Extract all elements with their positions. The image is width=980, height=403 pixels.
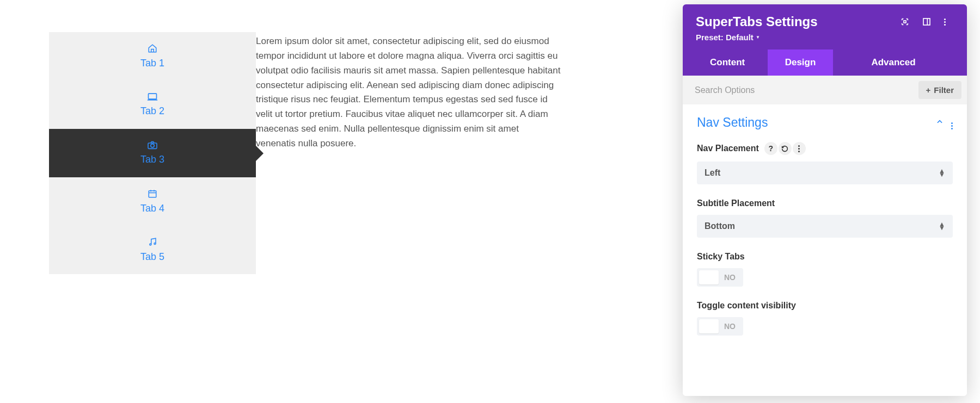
tab-label: Tab 3 (140, 154, 164, 165)
preset-dropdown[interactable]: Preset: Default ▼ (696, 33, 760, 42)
toggle-state: NO (719, 273, 741, 282)
layout-icon[interactable] (922, 17, 932, 27)
tabs-nav: Tab 1 Tab 2 Tab 3 Tab 4 Tab 5 (49, 32, 256, 274)
panel-body: + Filter Nav Settings Nav Placement ? (683, 76, 967, 396)
toggle-knob (699, 319, 719, 333)
camera-icon (147, 141, 158, 150)
tab-1[interactable]: Tab 1 (49, 32, 256, 80)
music-icon (148, 237, 157, 247)
preset-label: Preset: Default (696, 33, 754, 42)
options-icon[interactable] (793, 142, 806, 155)
tab-label: Tab 2 (140, 106, 164, 117)
svg-point-4 (150, 244, 151, 245)
expand-icon[interactable] (901, 17, 910, 27)
collapse-icon[interactable] (936, 118, 944, 128)
field-toggle-visibility: Toggle content visibility NO (697, 301, 953, 336)
select-value: Bottom (705, 221, 735, 231)
toggle-state: NO (719, 322, 741, 331)
toggle-knob (699, 270, 719, 284)
search-row: + Filter (683, 76, 967, 104)
tab-4[interactable]: Tab 4 (49, 177, 256, 226)
select-value: Left (705, 168, 720, 178)
section-title: Nav Settings (697, 115, 768, 130)
sticky-tabs-toggle[interactable]: NO (697, 268, 743, 287)
field-label: Toggle content visibility (697, 301, 796, 311)
tab-2[interactable]: Tab 2 (49, 80, 256, 129)
tab-label: Tab 1 (140, 58, 164, 69)
plus-icon: + (926, 85, 931, 95)
nav-placement-select[interactable]: Left ▲▼ (697, 162, 953, 184)
tab-advanced[interactable]: Advanced (833, 49, 954, 76)
tab-content[interactable]: Content (696, 49, 768, 76)
search-input[interactable] (695, 85, 918, 95)
tab-design[interactable]: Design (768, 49, 833, 76)
tab-content: Lorem ipsum dolor sit amet, consectetur … (256, 32, 561, 274)
field-label: Sticky Tabs (697, 252, 745, 262)
svg-point-2 (151, 144, 154, 147)
field-sticky-tabs: Sticky Tabs NO (697, 252, 953, 287)
svg-rect-6 (904, 21, 906, 23)
toggle-visibility-toggle[interactable]: NO (697, 317, 743, 336)
panel-header: SuperTabs Settings Preset: Default ▼ Con… (683, 4, 967, 76)
select-arrows-icon: ▲▼ (939, 222, 945, 230)
svg-rect-7 (923, 18, 930, 25)
preview-area: Tab 1 Tab 2 Tab 3 Tab 4 Tab 5 Lore (49, 32, 561, 274)
tab-3[interactable]: Tab 3 (49, 129, 256, 177)
filter-button[interactable]: + Filter (918, 81, 961, 99)
laptop-icon (147, 92, 158, 101)
tab-label: Tab 4 (140, 203, 164, 214)
subtitle-placement-select[interactable]: Bottom ▲▼ (697, 215, 953, 238)
section-kebab-icon[interactable] (951, 116, 953, 129)
settings-panel: SuperTabs Settings Preset: Default ▼ Con… (683, 4, 967, 396)
field-label: Subtitle Placement (697, 199, 775, 208)
svg-rect-3 (149, 191, 156, 197)
tab-label: Tab 5 (140, 251, 164, 263)
kebab-icon[interactable] (944, 17, 954, 27)
field-nav-placement: Nav Placement ? Left ▲▼ (697, 142, 953, 184)
calendar-icon (148, 189, 157, 199)
home-icon (148, 44, 157, 53)
field-label: Nav Placement (697, 144, 759, 153)
help-icon[interactable]: ? (764, 142, 777, 155)
svg-rect-0 (149, 94, 157, 99)
select-arrows-icon: ▲▼ (939, 169, 945, 177)
section-nav-settings: Nav Settings Nav Placement ? (683, 104, 967, 336)
panel-tabs: Content Design Advanced (696, 49, 954, 76)
chevron-down-icon: ▼ (756, 35, 760, 40)
tab-5[interactable]: Tab 5 (49, 226, 256, 274)
filter-label: Filter (934, 85, 954, 95)
svg-point-5 (154, 243, 156, 245)
reset-icon[interactable] (779, 142, 792, 155)
field-subtitle-placement: Subtitle Placement Bottom ▲▼ (697, 199, 953, 238)
panel-title: SuperTabs Settings (696, 14, 818, 29)
